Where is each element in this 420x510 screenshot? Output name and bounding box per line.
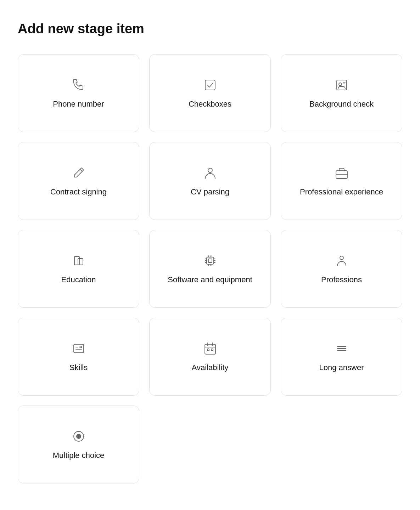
software-equipment-label: Software and equipment — [168, 275, 252, 285]
education-icon — [71, 253, 86, 268]
card-checkboxes[interactable]: Checkboxes — [149, 54, 271, 132]
checkboxes-label: Checkboxes — [189, 99, 231, 109]
long-answer-label: Long answer — [319, 363, 364, 373]
svg-rect-27 — [74, 344, 84, 353]
svg-point-26 — [340, 256, 343, 260]
contract-signing-label: Contract signing — [50, 187, 107, 197]
skills-icon — [71, 341, 86, 356]
svg-rect-9 — [74, 256, 79, 265]
professional-experience-label: Professional experience — [300, 187, 383, 197]
page-title: Add new stage item — [18, 21, 402, 36]
svg-rect-36 — [207, 349, 209, 351]
svg-rect-12 — [207, 257, 214, 264]
calendar-icon — [202, 341, 218, 356]
card-contract-signing[interactable]: Contract signing — [18, 142, 139, 220]
card-long-answer[interactable]: Long answer — [281, 318, 402, 396]
card-software-equipment[interactable]: Software and equipment — [149, 230, 271, 308]
background-check-icon — [334, 77, 349, 93]
card-availability[interactable]: Availability — [149, 318, 271, 396]
card-cv-parsing[interactable]: CV parsing — [149, 142, 271, 220]
radio-icon — [71, 429, 86, 444]
svg-rect-7 — [336, 171, 347, 178]
svg-line-5 — [80, 169, 82, 171]
person-circle-icon — [334, 253, 349, 268]
card-professions[interactable]: Professions — [281, 230, 402, 308]
pen-icon — [71, 165, 86, 181]
multiple-choice-label: Multiple choice — [53, 450, 105, 461]
svg-rect-0 — [205, 80, 215, 90]
card-skills[interactable]: Skills — [18, 318, 139, 396]
card-professional-experience[interactable]: Professional experience — [281, 142, 402, 220]
background-check-label: Background check — [309, 99, 374, 109]
skills-label: Skills — [69, 363, 88, 373]
svg-rect-13 — [208, 259, 212, 262]
cpu-icon — [202, 253, 218, 268]
professions-label: Professions — [321, 275, 362, 285]
lines-icon — [334, 341, 349, 356]
svg-point-2 — [339, 83, 342, 86]
briefcase-icon — [334, 165, 349, 181]
svg-rect-32 — [205, 344, 215, 354]
card-education[interactable]: Education — [18, 230, 139, 308]
phone-icon — [71, 77, 86, 93]
cv-parsing-label: CV parsing — [191, 187, 229, 197]
person-icon — [202, 165, 218, 181]
svg-rect-10 — [78, 259, 83, 265]
items-grid: Phone number Checkboxes Background check — [18, 54, 402, 483]
card-background-check[interactable]: Background check — [281, 54, 402, 132]
availability-label: Availability — [192, 363, 229, 373]
education-label: Education — [61, 275, 96, 285]
svg-point-31 — [81, 346, 82, 348]
card-phone-number[interactable]: Phone number — [18, 54, 139, 132]
svg-point-6 — [208, 168, 212, 172]
svg-point-30 — [79, 346, 81, 348]
checkbox-icon — [202, 77, 218, 93]
svg-rect-37 — [211, 349, 213, 351]
card-multiple-choice[interactable]: Multiple choice — [18, 406, 139, 483]
svg-point-42 — [76, 434, 81, 439]
phone-number-label: Phone number — [53, 99, 104, 109]
